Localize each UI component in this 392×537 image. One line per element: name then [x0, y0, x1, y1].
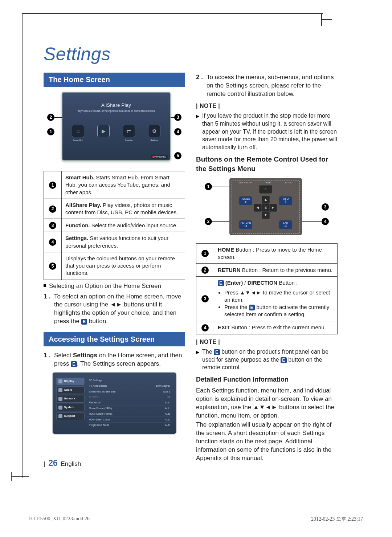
option-value: Size 3 — [163, 390, 170, 393]
home-icon-allshare[interactable]: ▶ — [95, 125, 112, 142]
dpad-up[interactable]: ▲ — [262, 196, 270, 204]
r2-title: RETURN — [218, 267, 241, 273]
page: { "title": "Settings", "sections": { "ho… — [0, 0, 392, 537]
remote-body: FULL SCREEN HOME REPEAT ⌂ TOOLS✦ INFOi ▲… — [229, 178, 302, 235]
row4-title: Settings. — [65, 235, 88, 241]
settings-icon: ⚙ — [148, 125, 160, 137]
sidebar-item-label: Audio — [64, 388, 72, 392]
return-button[interactable]: RETURN↺ — [239, 220, 252, 229]
crop-mark — [22, 13, 323, 14]
right-column: 2 . To access the menus, sub-menus, and … — [196, 71, 338, 463]
row-num-1: 1 — [49, 182, 56, 189]
note-label: | NOTE | — [196, 102, 338, 110]
fullscreen-label: FULL SCREEN — [239, 182, 252, 184]
home-button[interactable]: ⌂ — [259, 185, 272, 194]
info-icon: i — [285, 200, 286, 204]
table-row: 1 Smart Hub. Starts Smart Hub. From Smar… — [44, 171, 185, 199]
sidebar-item-system[interactable]: System — [56, 404, 85, 411]
smarthub-icon: ⌂ — [72, 125, 84, 137]
option-value: Auto — [165, 418, 170, 421]
sidebar-item-network[interactable]: Network — [56, 395, 85, 403]
table-row: 4 Settings. Set various functions to sui… — [44, 232, 185, 252]
columns: The Home Screen 2 1 3 4 5 — [44, 71, 338, 463]
option-value: Auto — [165, 407, 170, 410]
table-row: 3 Function. Select the audio/video input… — [44, 219, 185, 232]
footer-bar: | — [44, 460, 45, 467]
home-screen-panel: AllShare Play Play videos or music, or v… — [62, 92, 171, 161]
sidebar-item-support[interactable]: Support — [56, 412, 85, 420]
settings-option-row[interactable]: BD WiseOff — [87, 394, 172, 400]
dpad-left[interactable]: ◄ — [254, 204, 262, 212]
sidebar-icon — [58, 388, 62, 392]
settings-option-row[interactable]: TV Aspect Ratio16:9 Original — [87, 383, 172, 389]
sidebar-item-display[interactable]: Display — [56, 378, 85, 385]
option-key: Progressive Mode — [89, 423, 109, 427]
enter-icon: E — [281, 357, 287, 363]
note-label: | NOTE | — [196, 338, 338, 346]
r3-title-d: Button : — [277, 280, 298, 286]
smarthub-label: Smart Hub — [69, 139, 87, 142]
exit-icon: ⏎ — [284, 224, 287, 228]
settings-option-row[interactable]: HDMI Colour FormatAuto — [87, 411, 172, 417]
home-icon-smarthub[interactable]: ⌂ Smart Hub — [69, 125, 87, 142]
left-column: The Home Screen 2 1 3 4 5 — [44, 71, 185, 463]
tools-button[interactable]: TOOLS✦ — [239, 196, 252, 205]
detail-p2: The explanation will usually appear on t… — [196, 421, 338, 463]
option-value: 16:9 Original — [156, 384, 170, 387]
home-step-1: 1 . To select an option on the Home scre… — [44, 293, 185, 326]
sidebar-item-audio[interactable]: Audio — [56, 386, 85, 394]
option-key: HDMI Deep Colour — [89, 418, 110, 421]
callout-4: 4 — [174, 128, 181, 135]
print-metadata: HT-E5500_XU_0223.indd 26 2012-02-23 오후 2… — [29, 516, 363, 522]
settings-label: Settings — [146, 139, 163, 142]
callout-2: 2 — [205, 218, 212, 225]
row-num-5: 5 — [49, 263, 56, 270]
option-key: 3D Settings — [89, 379, 102, 382]
r3-bullet-2: Press the E button to activate the curre… — [224, 304, 334, 318]
crop-mark — [22, 13, 23, 478]
row-num-2: 2 — [201, 267, 209, 274]
section-accessing-settings: Accessing the Settings Screen — [44, 332, 185, 346]
home-screen-figure: 2 1 3 4 5 AllShare Play — [47, 92, 181, 164]
callout-4: 4 — [322, 218, 329, 225]
footer: | 26 English — [44, 458, 81, 468]
option-key: TV Aspect Ratio — [89, 384, 107, 387]
dpad-right[interactable]: ► — [269, 204, 277, 212]
row-num-1: 1 — [201, 250, 209, 257]
exit-button[interactable]: EXIT⏎ — [279, 220, 292, 229]
crop-mark — [11, 476, 29, 477]
footer-lang: English — [61, 460, 81, 467]
callout-5: 5 — [174, 152, 181, 159]
row3-title: Function. — [65, 222, 90, 228]
wps-label: WPS(PBC) — [155, 156, 166, 158]
settings-option-row[interactable]: 3D Settings — [87, 378, 172, 383]
settings-option-row[interactable]: ResolutionAuto — [87, 400, 172, 406]
remote-feature-table: 1 HOME Button : Press to move to the Hom… — [196, 243, 338, 334]
dpad-enter[interactable]: E — [262, 204, 270, 212]
settings-option-row[interactable]: HDMI Deep ColourAuto — [87, 417, 172, 422]
triangle-bullet-icon: ▶ — [196, 113, 199, 119]
settings-option-row[interactable]: Movie Frame (24Fs)Auto — [87, 406, 172, 411]
sidebar-icon — [58, 414, 62, 418]
r4-body: Button : Press to exit the current menu. — [230, 324, 326, 330]
home-icon-settings[interactable]: ⚙ Settings — [146, 125, 163, 142]
step-body: Select Settings on the Home screen, and … — [54, 351, 185, 368]
option-value: Auto — [165, 423, 170, 427]
row5-body: Displays the coloured buttons on your re… — [65, 255, 175, 276]
dpad-down[interactable]: ▼ — [262, 211, 270, 219]
info-button[interactable]: INFOi — [279, 196, 292, 205]
enter-icon: E — [218, 280, 224, 286]
allshare-label — [95, 139, 112, 142]
settings-option-row[interactable]: Smart Hub Screen SizeSize 3 — [87, 389, 172, 394]
option-key: HDMI Colour Format — [89, 412, 113, 415]
table-row: 2 RETURN Button : Return to the previous… — [196, 264, 338, 277]
option-key: Movie Frame (24Fs) — [89, 407, 112, 410]
r3-bullet-1: Press ▲▼◄► to move the cursor or select … — [224, 289, 334, 304]
sidebar-item-label: System — [64, 406, 74, 410]
home-icon-function[interactable]: ⇄ Function — [120, 125, 138, 142]
step-body-a: Select — [54, 352, 73, 359]
settings-panel-figure: DisplayAudioNetworkSystemSupport 3D Sett… — [52, 372, 177, 435]
crop-mark — [321, 19, 332, 20]
settings-option-row[interactable]: Progressive ModeAuto — [87, 423, 172, 428]
sidebar-item-label: Display — [64, 379, 74, 383]
